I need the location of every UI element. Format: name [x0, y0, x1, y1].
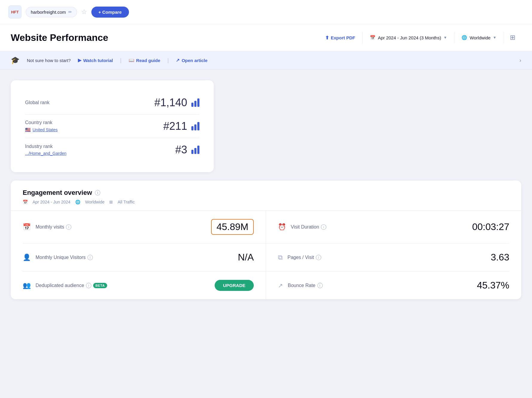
monthly-visits-cell: 📅 Monthly visits i 45.89M: [23, 211, 266, 243]
us-flag-icon: 🇺🇸: [25, 127, 31, 132]
open-article-link[interactable]: ↗ Open article: [176, 58, 207, 63]
watch-tutorial-link[interactable]: ▶ Watch tutorial: [78, 58, 113, 63]
main-content: Global rank #1,140 Country rank 🇺🇸 Unite…: [0, 70, 532, 310]
visit-duration-info-icon[interactable]: i: [321, 224, 326, 230]
beta-badge: BETA: [93, 283, 107, 288]
metric-row-1: 📅 Monthly visits i 45.89M ⏰ Visit Durati…: [23, 211, 509, 243]
info-banner: 🎓 Not sure how to start? ▶ Watch tutoria…: [0, 51, 532, 70]
banner-sep-2: |: [167, 57, 169, 64]
dedup-icon: 👥: [23, 282, 31, 289]
site-logo: HFT: [8, 5, 21, 18]
visit-duration-label: Visit Duration i: [291, 224, 326, 230]
banner-graduation-icon: 🎓: [11, 56, 20, 64]
monthly-visits-info-icon[interactable]: i: [66, 224, 71, 230]
unique-visitors-icon: 👤: [23, 254, 31, 261]
monthly-visits-icon: 📅: [23, 223, 31, 231]
video-icon: ▶: [78, 58, 82, 63]
unique-visitors-cell: 👤 Monthly Unique Visitors i N/A: [23, 243, 266, 271]
engagement-info-icon[interactable]: i: [95, 190, 100, 195]
pages-visit-info-icon[interactable]: i: [316, 255, 321, 260]
metric-row-2: 👤 Monthly Unique Visitors i N/A ⧉ Pages …: [23, 243, 509, 271]
country-rank-bars: [191, 122, 199, 130]
header-controls: ⬆ Export PDF 📅 Apr 2024 - Jun 2024 (3 Mo…: [318, 31, 521, 44]
engagement-title-text: Engagement overview: [23, 189, 92, 197]
engagement-header: Engagement overview i 📅 Apr 2024 - Jun 2…: [11, 181, 521, 211]
unique-visitors-value: N/A: [238, 252, 254, 263]
country-rank-label: Country rank: [25, 120, 58, 125]
rank-bar-3: [197, 98, 199, 107]
page-header: Website Performance ⬆ Export PDF 📅 Apr 2…: [0, 24, 532, 51]
rank-bar-7: [191, 150, 193, 154]
unique-visitors-info-icon[interactable]: i: [87, 255, 93, 260]
monthly-visits-value: 45.89M: [211, 219, 254, 235]
engagement-location: Worldwide: [85, 200, 104, 204]
banner-text: Not sure how to start?: [27, 58, 71, 63]
compare-button[interactable]: + Compare: [91, 7, 129, 18]
site-url-text: harborfreight.com: [31, 10, 66, 15]
global-rank-value: #1,140: [154, 96, 187, 109]
site-url-pill[interactable]: harborfreight.com ✏: [26, 7, 77, 17]
monthly-visits-label: Monthly visits i: [36, 224, 71, 230]
export-pdf-button[interactable]: ⬆ Export PDF: [318, 32, 363, 44]
edit-icon[interactable]: ✏: [68, 10, 72, 14]
star-icon[interactable]: ☆: [81, 8, 87, 16]
country-rank-label-group: Country rank 🇺🇸 United States: [25, 120, 58, 132]
global-rank-value-group: #1,140: [154, 96, 199, 109]
engagement-title-row: Engagement overview i: [23, 189, 509, 197]
industry-rank-value: #3: [175, 144, 187, 156]
bounce-rate-info-icon[interactable]: i: [317, 283, 323, 288]
read-guide-link[interactable]: 📖 Read guide: [129, 58, 160, 63]
date-range-button[interactable]: 📅 Apr 2024 - Jun 2024 (3 Months) ▼: [363, 32, 455, 43]
bounce-rate-label: Bounce Rate i: [288, 283, 323, 288]
book-icon: 📖: [129, 58, 134, 63]
rank-bar-4: [191, 126, 193, 130]
engagement-metrics: 📅 Monthly visits i 45.89M ⏰ Visit Durati…: [11, 211, 521, 299]
meta-device-icon: ⊞: [109, 200, 113, 204]
pages-visit-label: Pages / Visit i: [287, 255, 321, 260]
rank-bar-5: [194, 124, 196, 130]
device-button[interactable]: ⊞: [504, 31, 521, 44]
industry-rank-bars: [191, 146, 199, 154]
engagement-date: Apr 2024 - Jun 2024: [33, 200, 70, 204]
global-rank-label-group: Global rank: [25, 100, 50, 105]
rank-bar-8: [194, 148, 196, 154]
country-rank-value: #211: [163, 120, 187, 132]
engagement-traffic: All Traffic: [118, 200, 135, 204]
bounce-rate-cell: ↗ Bounce Rate i 45.37%: [266, 271, 509, 299]
country-rank-row: Country rank 🇺🇸 United States #211: [25, 114, 199, 138]
page-title: Website Performance: [11, 32, 318, 43]
visit-duration-cell: ⏰ Visit Duration i 00:03:27: [266, 211, 509, 243]
industry-rank-value-group: #3: [175, 144, 199, 156]
engagement-card: Engagement overview i 📅 Apr 2024 - Jun 2…: [11, 181, 521, 299]
device-icon: ⊞: [510, 34, 515, 41]
dropdown-arrow-location: ▼: [493, 36, 496, 40]
banner-next-arrow[interactable]: ›: [519, 57, 521, 64]
meta-globe-icon: 🌐: [75, 200, 80, 204]
visit-duration-value: 00:03:27: [472, 221, 509, 232]
pages-visit-icon: ⧉: [278, 254, 283, 261]
external-link-icon: ↗: [176, 58, 180, 63]
export-icon: ⬆: [325, 35, 329, 41]
industry-rank-row: Industry rank .../Home_and_Garden #3: [25, 138, 199, 161]
pages-visit-value: 3.63: [491, 252, 509, 263]
global-rank-bars: [191, 98, 199, 107]
bounce-rate-value: 45.37%: [477, 280, 509, 291]
unique-visitors-label: Monthly Unique Visitors i: [36, 255, 93, 260]
bounce-rate-icon: ↗: [278, 282, 283, 289]
worldwide-button[interactable]: 🌐 Worldwide ▼: [454, 32, 504, 43]
rank-bar-6: [197, 122, 199, 130]
dedup-info-icon[interactable]: i: [86, 283, 91, 288]
dedup-cell: 👥 Deduplicated audience i BETA UPGRADE: [23, 271, 266, 299]
pages-visit-cell: ⧉ Pages / Visit i 3.63: [266, 243, 509, 271]
dedup-label: Deduplicated audience i BETA: [36, 283, 107, 288]
banner-sep-1: |: [120, 57, 122, 64]
global-rank-label: Global rank: [25, 100, 50, 105]
industry-rank-label: Industry rank: [25, 144, 67, 149]
country-rank-sublabel[interactable]: 🇺🇸 United States: [25, 127, 58, 132]
industry-rank-sublabel[interactable]: .../Home_and_Garden: [25, 151, 67, 156]
country-rank-value-group: #211: [163, 120, 199, 132]
rank-bar-1: [191, 103, 193, 107]
upgrade-button[interactable]: UPGRADE: [215, 280, 254, 291]
engagement-meta: 📅 Apr 2024 - Jun 2024 🌐 Worldwide ⊞ All …: [23, 200, 509, 204]
top-bar: HFT harborfreight.com ✏ ☆ + Compare: [0, 0, 532, 24]
